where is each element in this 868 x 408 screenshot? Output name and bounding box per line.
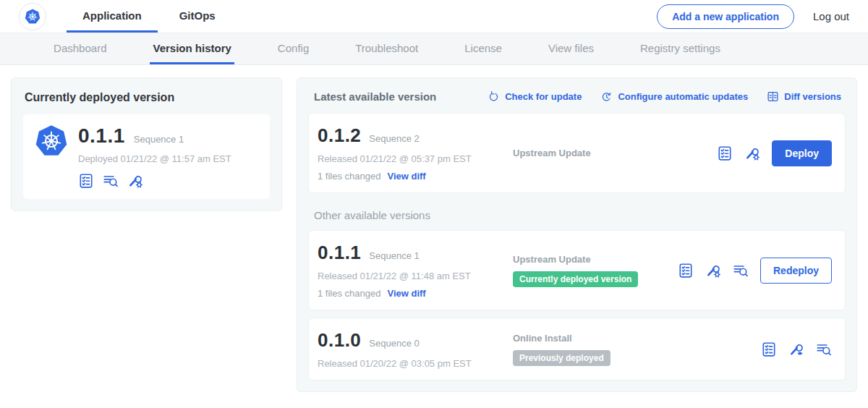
other-versions-title: Other available versions bbox=[314, 209, 841, 221]
version-card-0-1-0: 0.1.0 Sequence 0 Released 01/20/22 @ 03:… bbox=[308, 318, 846, 381]
available-versions-panel: Latest available version Check for updat… bbox=[297, 77, 857, 392]
kubernetes-logo-icon bbox=[35, 124, 68, 158]
version-card-0-1-1: 0.1.1 Sequence 1 Released 01/21/22 @ 11:… bbox=[308, 230, 846, 310]
deployed-version-number: 0.1.1 bbox=[78, 124, 125, 148]
subtab-license[interactable]: License bbox=[461, 33, 505, 64]
check-for-update-label: Check for update bbox=[505, 91, 582, 102]
top-tabs: Application GitOps bbox=[67, 0, 231, 33]
version-source: Upstream Update bbox=[504, 148, 717, 158]
deploy-button[interactable]: Deploy bbox=[772, 140, 832, 166]
wrench-eye-icon[interactable] bbox=[788, 341, 804, 357]
diff-icon bbox=[767, 90, 779, 103]
diff-versions-label: Diff versions bbox=[784, 91, 841, 102]
view-diff-link[interactable]: View diff bbox=[387, 171, 425, 182]
released-timestamp: Released 01/21/22 @ 05:37 pm EST bbox=[318, 153, 504, 164]
files-changed-label: 1 files changed bbox=[318, 288, 380, 299]
check-for-update-link[interactable]: Check for update bbox=[488, 90, 582, 103]
sequence-label: Sequence 2 bbox=[369, 133, 419, 144]
subtab-dashboard[interactable]: Dashboard bbox=[51, 33, 109, 64]
subtab-config[interactable]: Config bbox=[275, 33, 312, 64]
source-label: Upstream Update bbox=[513, 148, 717, 158]
available-panel-header: Latest available version Check for updat… bbox=[314, 90, 841, 103]
deployed-panel-title: Currently deployed version bbox=[25, 91, 270, 104]
log-search-icon[interactable] bbox=[103, 173, 119, 189]
version-actions: Deploy bbox=[717, 140, 832, 166]
source-label: Online Install bbox=[513, 333, 761, 344]
log-search-icon[interactable] bbox=[733, 263, 749, 279]
subtab-view-files[interactable]: View files bbox=[545, 33, 597, 64]
version-number: 0.1.2 bbox=[318, 124, 361, 147]
main-content: Currently deployed version 0.1.1 Sequenc… bbox=[0, 65, 868, 404]
subtab-troubleshoot[interactable]: Troubleshoot bbox=[352, 33, 421, 64]
app-sub-nav: Dashboard Version history Config Trouble… bbox=[0, 33, 868, 65]
deployed-timestamp: Deployed 01/21/22 @ 11:57 am EST bbox=[78, 153, 231, 164]
version-info: 0.1.1 Sequence 1 Released 01/21/22 @ 11:… bbox=[318, 242, 504, 299]
refresh-icon bbox=[488, 90, 500, 103]
view-diff-link[interactable]: View diff bbox=[387, 288, 425, 299]
version-source: Upstream Update Currently deployed versi… bbox=[504, 254, 678, 287]
clock-refresh-icon bbox=[600, 90, 613, 103]
logout-link[interactable]: Log out bbox=[813, 10, 849, 22]
deployed-version-card: 0.1.1 Sequence 1 Deployed 01/21/22 @ 11:… bbox=[23, 114, 270, 199]
configure-automatic-updates-link[interactable]: Configure automatic updates bbox=[600, 90, 748, 103]
released-timestamp: Released 01/20/22 @ 03:05 pm EST bbox=[318, 358, 504, 369]
log-search-icon[interactable] bbox=[816, 341, 832, 357]
source-label: Upstream Update bbox=[513, 254, 678, 265]
version-number: 0.1.0 bbox=[318, 329, 361, 352]
deployed-version-details: 0.1.1 Sequence 1 Deployed 01/21/22 @ 11:… bbox=[78, 124, 231, 189]
version-actions bbox=[761, 341, 832, 357]
checklist-icon[interactable] bbox=[717, 145, 733, 161]
sequence-label: Sequence 1 bbox=[369, 250, 419, 261]
previously-deployed-badge: Previously deployed bbox=[513, 350, 610, 366]
checklist-icon[interactable] bbox=[678, 263, 694, 279]
subtab-version-history[interactable]: Version history bbox=[150, 33, 234, 64]
version-info: 0.1.0 Sequence 0 Released 01/20/22 @ 03:… bbox=[318, 329, 504, 369]
currently-deployed-badge: Currently deployed version bbox=[513, 271, 638, 287]
version-card-0-1-2: 0.1.2 Sequence 2 Released 01/21/22 @ 05:… bbox=[308, 113, 846, 193]
subtab-registry-settings[interactable]: Registry settings bbox=[637, 33, 723, 64]
deployed-action-icons bbox=[78, 173, 231, 189]
sequence-label: Sequence 0 bbox=[369, 338, 419, 349]
wrench-gear-icon[interactable] bbox=[705, 263, 721, 279]
latest-available-title: Latest available version bbox=[314, 90, 436, 103]
version-info: 0.1.2 Sequence 2 Released 01/21/22 @ 05:… bbox=[318, 124, 504, 182]
top-nav-right: Add a new application Log out bbox=[657, 0, 849, 33]
wrench-gear-icon[interactable] bbox=[127, 173, 143, 189]
currently-deployed-panel: Currently deployed version 0.1.1 Sequenc… bbox=[11, 77, 282, 211]
tab-gitops[interactable]: GitOps bbox=[163, 0, 231, 33]
wrench-gear-icon[interactable] bbox=[744, 145, 760, 161]
version-actions: Redeploy bbox=[678, 258, 832, 284]
deployed-sequence-label: Sequence 1 bbox=[134, 134, 184, 145]
configure-automatic-updates-label: Configure automatic updates bbox=[618, 91, 748, 102]
version-source: Online Install Previously deployed bbox=[504, 333, 761, 366]
files-changed-label: 1 files changed bbox=[318, 171, 380, 182]
add-application-button[interactable]: Add a new application bbox=[657, 4, 794, 29]
panel-actions: Check for update Configure automatic upd… bbox=[488, 90, 841, 103]
checklist-icon[interactable] bbox=[78, 173, 94, 189]
released-timestamp: Released 01/21/22 @ 11:48 am EST bbox=[318, 271, 504, 281]
version-number: 0.1.1 bbox=[318, 242, 361, 264]
kubernetes-logo-icon bbox=[25, 9, 41, 25]
top-nav: Application GitOps Add a new application… bbox=[0, 0, 868, 33]
checklist-icon[interactable] bbox=[761, 341, 777, 357]
tab-application[interactable]: Application bbox=[67, 0, 158, 33]
redeploy-button[interactable]: Redeploy bbox=[760, 258, 832, 284]
diff-versions-link[interactable]: Diff versions bbox=[767, 90, 841, 103]
app-logo[interactable] bbox=[19, 3, 46, 30]
